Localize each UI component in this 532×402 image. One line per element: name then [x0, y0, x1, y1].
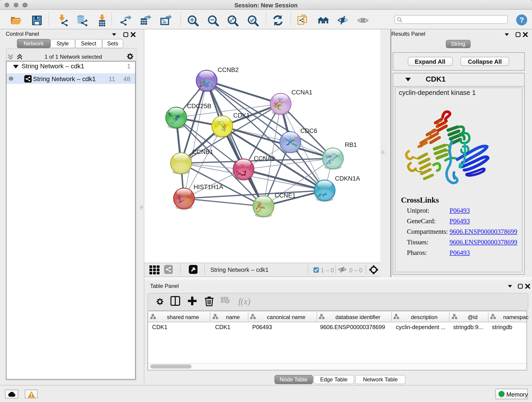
svg-text:CDC6: CDC6: [300, 128, 317, 134]
svg-text:CDK1: CDK1: [233, 112, 249, 119]
svg-text:CCNA1: CCNA1: [291, 89, 312, 96]
svg-text:?: ?: [519, 16, 524, 24]
svg-text:CDC25B: CDC25B: [187, 103, 211, 109]
svg-text:CDKN1A: CDKN1A: [335, 175, 360, 182]
svg-text:f(x): f(x): [238, 297, 250, 306]
svg-text:CCNB2: CCNB2: [217, 66, 239, 73]
svg-text:RB1: RB1: [345, 141, 357, 148]
svg-text:CCNE1: CCNE1: [274, 192, 296, 199]
svg-text:CCNB1: CCNB1: [192, 148, 213, 155]
svg-text:CCNA2: CCNA2: [254, 155, 275, 162]
svg-text:HIST1H1A: HIST1H1A: [193, 184, 223, 191]
